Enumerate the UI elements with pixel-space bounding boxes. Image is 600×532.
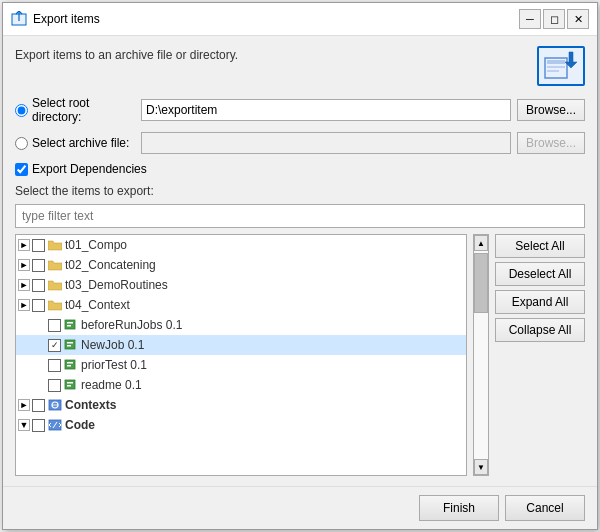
item-checkbox[interactable] bbox=[48, 379, 61, 392]
svg-rect-16 bbox=[67, 382, 73, 384]
svg-rect-6 bbox=[65, 320, 75, 329]
svg-rect-10 bbox=[67, 342, 73, 344]
expand-button[interactable]: ► bbox=[18, 399, 30, 411]
expand-button[interactable]: ► bbox=[18, 279, 30, 291]
tree-item[interactable]: ► t04_Context bbox=[16, 295, 466, 315]
item-checkbox[interactable] bbox=[32, 239, 45, 252]
svg-rect-8 bbox=[67, 325, 71, 327]
svg-rect-13 bbox=[67, 362, 73, 364]
folder-icon bbox=[47, 278, 63, 292]
item-label: beforeRunJobs 0.1 bbox=[81, 318, 182, 332]
root-dir-radio-label[interactable]: Select root directory: bbox=[15, 96, 135, 124]
bottom-bar: Finish Cancel bbox=[3, 486, 597, 529]
item-label: NewJob 0.1 bbox=[81, 338, 144, 352]
tree-container[interactable]: ► t01_Compo ► t02_Concatening bbox=[15, 234, 467, 476]
tree-item[interactable]: priorTest 0.1 bbox=[16, 355, 466, 375]
tree-item[interactable]: ► t02_Concatening bbox=[16, 255, 466, 275]
svg-rect-15 bbox=[65, 380, 75, 389]
code-icon bbox=[47, 418, 63, 432]
close-button[interactable]: ✕ bbox=[567, 9, 589, 29]
job-icon bbox=[63, 338, 79, 352]
tree-area: ► t01_Compo ► t02_Concatening bbox=[15, 234, 585, 476]
item-label: t02_Concatening bbox=[65, 258, 156, 272]
select-all-button[interactable]: Select All bbox=[495, 234, 585, 258]
tree-item[interactable]: ► t01_Compo bbox=[16, 235, 466, 255]
export-icon-box bbox=[537, 46, 585, 86]
expand-button[interactable]: ► bbox=[18, 259, 30, 271]
item-checkbox[interactable] bbox=[32, 279, 45, 292]
svg-rect-11 bbox=[67, 345, 71, 347]
item-label: Contexts bbox=[65, 398, 116, 412]
expand-button[interactable]: ► bbox=[18, 299, 30, 311]
svg-rect-17 bbox=[67, 385, 71, 387]
tree-item[interactable]: ► Contexts bbox=[16, 395, 466, 415]
maximize-button[interactable]: ◻ bbox=[543, 9, 565, 29]
tree-item[interactable]: readme 0.1 bbox=[16, 375, 466, 395]
vertical-scrollbar[interactable]: ▲ ▼ bbox=[473, 234, 489, 476]
export-graphic bbox=[543, 50, 579, 82]
finish-button[interactable]: Finish bbox=[419, 495, 499, 521]
item-label: t04_Context bbox=[65, 298, 130, 312]
title-bar: Export items ─ ◻ ✕ bbox=[3, 3, 597, 36]
root-dir-input[interactable] bbox=[141, 99, 511, 121]
dialog-title: Export items bbox=[33, 12, 100, 26]
scroll-thumb[interactable] bbox=[474, 253, 488, 313]
title-bar-left: Export items bbox=[11, 11, 100, 27]
cancel-button[interactable]: Cancel bbox=[505, 495, 585, 521]
svg-rect-9 bbox=[65, 340, 75, 349]
scroll-down-button[interactable]: ▼ bbox=[474, 459, 488, 475]
root-dir-radio[interactable] bbox=[15, 104, 28, 117]
archive-file-browse-button[interactable]: Browse... bbox=[517, 132, 585, 154]
tree-item[interactable]: ▼ Code bbox=[16, 415, 466, 435]
dialog-icon bbox=[11, 11, 27, 27]
filter-input[interactable] bbox=[15, 204, 585, 228]
archive-file-radio[interactable] bbox=[15, 137, 28, 150]
dialog-body: Export items to an archive file or direc… bbox=[3, 36, 597, 486]
item-checkbox[interactable] bbox=[48, 319, 61, 332]
item-label: priorTest 0.1 bbox=[81, 358, 147, 372]
item-label: readme 0.1 bbox=[81, 378, 142, 392]
item-label: t03_DemoRoutines bbox=[65, 278, 168, 292]
svg-rect-4 bbox=[547, 66, 565, 68]
expand-button[interactable]: ▼ bbox=[18, 419, 30, 431]
folder-icon bbox=[47, 298, 63, 312]
root-dir-row: Select root directory: Browse... bbox=[15, 96, 585, 124]
scroll-track[interactable] bbox=[474, 251, 488, 459]
tree-item[interactable]: ► t03_DemoRoutines bbox=[16, 275, 466, 295]
tree-item[interactable]: beforeRunJobs 0.1 bbox=[16, 315, 466, 335]
tree-item[interactable]: NewJob 0.1 bbox=[16, 335, 466, 355]
archive-file-row: Select archive file: Browse... bbox=[15, 132, 585, 154]
item-checkbox[interactable] bbox=[48, 339, 61, 352]
context-icon bbox=[47, 398, 63, 412]
deselect-all-button[interactable]: Deselect All bbox=[495, 262, 585, 286]
collapse-all-button[interactable]: Collapse All bbox=[495, 318, 585, 342]
root-dir-browse-button[interactable]: Browse... bbox=[517, 99, 585, 121]
job-icon bbox=[63, 358, 79, 372]
svg-rect-5 bbox=[547, 70, 559, 72]
scroll-up-button[interactable]: ▲ bbox=[474, 235, 488, 251]
job-icon bbox=[63, 318, 79, 332]
expand-all-button[interactable]: Expand All bbox=[495, 290, 585, 314]
item-checkbox[interactable] bbox=[32, 419, 45, 432]
svg-rect-7 bbox=[67, 322, 73, 324]
export-dialog: Export items ─ ◻ ✕ Export items to an ar… bbox=[2, 2, 598, 530]
job-icon bbox=[63, 378, 79, 392]
minimize-button[interactable]: ─ bbox=[519, 9, 541, 29]
export-dependencies-checkbox[interactable] bbox=[15, 163, 28, 176]
svg-rect-3 bbox=[547, 60, 565, 64]
item-checkbox[interactable] bbox=[32, 399, 45, 412]
folder-icon bbox=[47, 258, 63, 272]
select-items-label: Select the items to export: bbox=[15, 184, 585, 198]
archive-file-input[interactable] bbox=[141, 132, 511, 154]
header-area: Export items to an archive file or direc… bbox=[15, 46, 585, 86]
item-label: t01_Compo bbox=[65, 238, 127, 252]
archive-file-radio-label[interactable]: Select archive file: bbox=[15, 136, 135, 150]
item-checkbox[interactable] bbox=[48, 359, 61, 372]
expand-button[interactable]: ► bbox=[18, 239, 30, 251]
item-checkbox[interactable] bbox=[32, 259, 45, 272]
item-checkbox[interactable] bbox=[32, 299, 45, 312]
side-buttons: Select All Deselect All Expand All Colla… bbox=[495, 234, 585, 476]
item-label: Code bbox=[65, 418, 95, 432]
header-description: Export items to an archive file or direc… bbox=[15, 48, 238, 62]
export-dependencies-row[interactable]: Export Dependencies bbox=[15, 162, 585, 176]
